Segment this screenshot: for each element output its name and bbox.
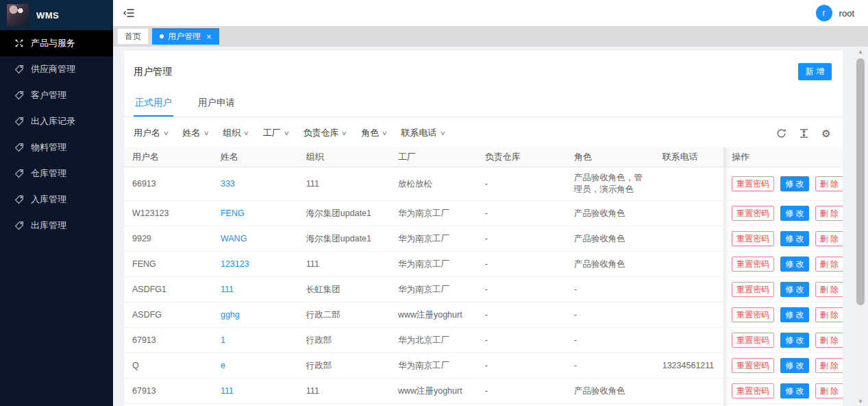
delete-button[interactable]: 删 除	[815, 383, 843, 398]
cell-name: 333	[212, 167, 298, 201]
cell-warehouse: -	[477, 252, 566, 277]
sidebar-item[interactable]: 仓库管理	[0, 160, 113, 187]
filter-dropdown[interactable]: 联系电话∨	[401, 127, 445, 139]
cell-warehouse: -	[477, 226, 566, 252]
sidebar-item[interactable]: 出入库记录	[0, 108, 113, 134]
user-name-link[interactable]: gghg	[221, 310, 240, 320]
modify-button[interactable]: 修 改	[780, 256, 808, 272]
scroll-down-icon[interactable]: ▼	[858, 396, 863, 406]
add-button[interactable]: 新 增	[798, 63, 832, 80]
menu-fold-icon[interactable]	[120, 4, 138, 22]
sidebar-item[interactable]: 产品与服务	[0, 30, 113, 56]
user-menu[interactable]: r root	[816, 5, 854, 21]
cell-org: 长虹集团	[298, 277, 390, 302]
filter-dropdown[interactable]: 姓名∨	[183, 127, 209, 139]
table-row: FENG123123111华为南京工厂-产品验收角色重置密码修 改删 除	[124, 252, 843, 277]
cell-phone	[654, 167, 724, 201]
settings-icon[interactable]: ⚙	[821, 128, 832, 139]
column-height-icon[interactable]	[798, 128, 809, 139]
column-header: 操作	[723, 147, 843, 167]
sidebar-item[interactable]: 供应商管理	[0, 56, 113, 82]
reset-password-button[interactable]: 重置密码	[732, 282, 774, 297]
reset-password-button[interactable]: 重置密码	[732, 307, 774, 322]
cell-org: 111	[298, 252, 390, 277]
user-name-link[interactable]: 111	[221, 386, 234, 396]
cell-actions: 重置密码修 改删 除	[723, 302, 843, 328]
modify-button[interactable]: 修 改	[780, 282, 808, 297]
reset-password-button[interactable]: 重置密码	[732, 176, 774, 191]
modify-button[interactable]: 修 改	[780, 307, 808, 322]
sidebar-item[interactable]: 客户管理	[0, 82, 113, 108]
filter-dropdown[interactable]: 用户名∨	[134, 127, 169, 139]
close-tab-icon[interactable]: ×	[206, 32, 212, 41]
user-type-tab[interactable]: 用户申请	[197, 93, 236, 117]
reset-password-button[interactable]: 重置密码	[732, 333, 774, 348]
reset-password-button[interactable]: 重置密码	[732, 231, 774, 246]
page-tab-label: 首页	[125, 31, 141, 43]
cell-warehouse: -	[477, 404, 566, 406]
filter-dropdown[interactable]: 角色∨	[361, 127, 387, 139]
modify-button[interactable]: 修 改	[780, 206, 808, 221]
page-tab[interactable]: 首页	[117, 28, 149, 45]
modify-button[interactable]: 修 改	[780, 231, 808, 246]
user-name-link[interactable]: 123123	[221, 259, 249, 269]
reset-password-button[interactable]: 重置密码	[732, 256, 774, 272]
modify-button[interactable]: 修 改	[780, 358, 808, 373]
table-row: ASDFGgghg行政二部www注册yoghurt--重置密码修 改删 除	[124, 302, 843, 328]
user-name-link[interactable]: FENG	[221, 208, 245, 218]
sidebar-item[interactable]: 出库管理	[0, 213, 113, 239]
cell-warehouse: -	[477, 353, 566, 379]
filter-dropdown[interactable]: 组织∨	[223, 127, 249, 139]
user-name-link[interactable]: 111	[221, 285, 234, 294]
chevron-down-icon: ∨	[203, 130, 209, 136]
delete-button[interactable]: 删 除	[815, 358, 843, 373]
cell-username: 67913	[124, 379, 212, 404]
cell-username: ASDFG	[124, 302, 212, 328]
sidebar-item[interactable]: 物料管理	[0, 134, 113, 160]
cell-actions: 重置密码修 改删 除	[723, 277, 843, 302]
scrollbar-thumb[interactable]	[856, 58, 865, 305]
modify-button[interactable]: 修 改	[780, 176, 808, 191]
app-window: WMS 产品与服务供应商管理客户管理出入库记录物料管理仓库管理入库管理出库管理 …	[0, 0, 868, 406]
reset-password-button[interactable]: 重置密码	[732, 206, 774, 221]
user-type-tab[interactable]: 正式用户	[134, 93, 173, 117]
cell-actions: 重置密码修 改删 除	[723, 353, 843, 379]
user-name-link[interactable]: 333	[221, 179, 235, 189]
delete-button[interactable]: 删 除	[815, 231, 843, 246]
cell-org: 111	[298, 167, 390, 201]
reset-password-button[interactable]: 重置密码	[732, 358, 774, 373]
delete-button[interactable]: 删 除	[815, 206, 843, 221]
delete-button[interactable]: 删 除	[815, 256, 843, 272]
cell-username: 66913	[124, 167, 212, 201]
column-header: 联系电话	[654, 147, 724, 167]
cell-role: -	[566, 277, 654, 302]
refresh-icon[interactable]	[776, 128, 786, 139]
cell-username: 67913	[124, 328, 212, 353]
reset-password-button[interactable]: 重置密码	[732, 383, 774, 398]
vertical-scrollbar[interactable]: ▲ ▼	[855, 47, 866, 406]
cell-username: W123123	[124, 201, 212, 226]
cell-phone	[654, 252, 724, 277]
table-body: 66913333111放松放松-产品验收角色，管理员，演示角色重置密码修 改删 …	[124, 167, 843, 406]
sidebar-item[interactable]: 入库管理	[0, 187, 113, 213]
filter-dropdown[interactable]: 工厂∨	[263, 127, 289, 139]
user-name-link[interactable]: WANG	[221, 234, 247, 243]
scroll-up-icon[interactable]: ▲	[858, 47, 863, 56]
user-name-link[interactable]: 1	[221, 335, 225, 345]
modify-button[interactable]: 修 改	[780, 333, 808, 348]
delete-button[interactable]: 删 除	[815, 282, 843, 297]
filter-label: 姓名	[183, 127, 201, 139]
filter-dropdown[interactable]: 负责仓库∨	[303, 127, 347, 139]
delete-button[interactable]: 删 除	[815, 333, 843, 348]
cell-name: 夏沫听寂寞	[212, 404, 298, 406]
delete-button[interactable]: 删 除	[815, 307, 843, 322]
cell-warehouse: -	[477, 201, 566, 226]
delete-button[interactable]: 删 除	[815, 176, 843, 191]
user-name-link[interactable]: e	[221, 361, 225, 370]
user-avatar[interactable]: r	[816, 5, 832, 21]
page-tab[interactable]: 用户管理×	[152, 28, 219, 45]
filter-label: 组织	[223, 127, 240, 139]
modify-button[interactable]: 修 改	[780, 383, 808, 398]
cell-factory: 华为南京工厂	[390, 277, 477, 302]
cell-phone: 13234561211	[654, 353, 724, 379]
